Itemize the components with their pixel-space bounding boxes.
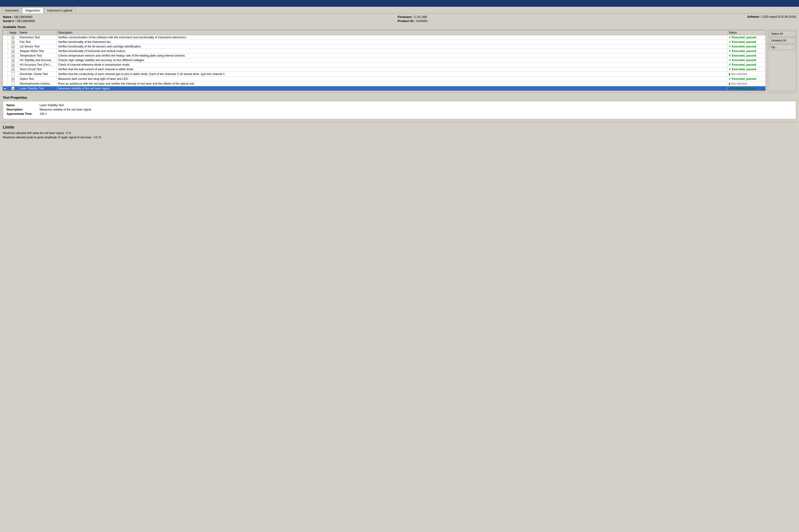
apply-checkbox[interactable]: ✕: [8, 67, 18, 72]
test-description-cell: Verifies communication of the software w…: [57, 35, 727, 40]
info-bar: Name : DE13804060 Serial # : DE13804060 …: [0, 14, 799, 24]
prop-name-row: Name: Laser Stability Test: [6, 103, 793, 107]
test-name-cell: Stepper Motor Test: [18, 49, 57, 54]
select-all-button[interactable]: Select All: [769, 31, 795, 37]
test-status-cell: ✔ Executed, passed: [727, 40, 766, 44]
test-status-cell: ✔ Executed, passed: [727, 35, 766, 40]
limits-section: Limits Maximum allowed drift value for r…: [0, 124, 799, 141]
unselect-all-button[interactable]: Unselect All: [769, 38, 795, 43]
test-description-cell: Verifies that the leak current of each c…: [57, 67, 727, 72]
table-row[interactable]: ✕HV Accuracy Test (On-L...Check of chann…: [3, 62, 766, 67]
tests-table-container: Apply Name Description Status ✕Electroni…: [2, 30, 766, 91]
table-row[interactable]: ✕Stepper Motor TestVerifies functionalit…: [3, 49, 766, 54]
test-name-cell: Electrophoresis Autofoc...: [18, 81, 57, 86]
row-expand: [3, 81, 8, 86]
table-row[interactable]: ✕HV Stability and Accurac...Checks high …: [3, 58, 766, 62]
row-expand: [3, 49, 8, 54]
table-row[interactable]: ✕Fan TestVerifies functionality of the i…: [3, 40, 766, 44]
col-expand: [3, 30, 8, 35]
prop-time-label: Approximate Time:: [6, 112, 38, 116]
row-expand[interactable]: ▶: [3, 86, 8, 91]
test-description-cell: Verifies that the conductivity of each c…: [57, 72, 727, 77]
test-status-cell: ✔ Executed, passed: [727, 49, 766, 54]
row-expand: [3, 62, 8, 67]
prop-description-value: Measures stability of the red laser sign…: [40, 108, 92, 111]
table-row[interactable]: ✕Lid Sensor TestVerifies functionality o…: [3, 44, 766, 49]
test-name-cell: Short Circuit Test: [18, 67, 57, 72]
apply-checkbox[interactable]: ✕: [8, 77, 18, 81]
apply-checkbox[interactable]: ✕: [8, 44, 18, 49]
apply-checkbox[interactable]: ✕: [8, 40, 18, 44]
prop-name-value: Laser Stability Test: [40, 103, 64, 107]
table-row[interactable]: ✕Optics TestMeasures dark current and st…: [3, 77, 766, 81]
limits-lines: Maximum allowed drift value for red lase…: [3, 131, 796, 139]
test-properties-title: Test Properties: [3, 96, 796, 99]
prop-time-row: Approximate Time: 150 s: [6, 112, 793, 116]
table-row[interactable]: Electrode / Diode TestVerifies that the …: [3, 72, 766, 77]
tab-diagnostics[interactable]: Diagnostics: [22, 8, 43, 14]
row-expand: [3, 54, 8, 58]
test-name-cell: HV Accuracy Test (On-L...: [18, 62, 57, 67]
table-row[interactable]: ✕Temperature TestChecks temperature sens…: [3, 54, 766, 58]
table-row[interactable]: Electrophoresis Autofoc...Runs an autofo…: [3, 81, 766, 86]
col-description: Description: [57, 30, 727, 35]
apply-checkbox[interactable]: ✕: [8, 54, 18, 58]
prop-description-row: Description: Measures stability of the r…: [6, 108, 793, 111]
available-tests-label: Available Tests:: [0, 24, 799, 30]
test-name-cell: Temperature Test: [18, 54, 57, 58]
row-expand: [3, 77, 8, 81]
apply-checkbox[interactable]: ✕: [8, 35, 18, 40]
tab-instrument-logbook[interactable]: Instrument Logbook: [44, 8, 76, 14]
prop-time-value: 150 s: [40, 112, 47, 116]
apply-checkbox[interactable]: [8, 81, 18, 86]
software-info: Software : 2100 expert B.02.06.SI418: [747, 15, 796, 18]
test-name-cell: Optics Test: [18, 77, 57, 81]
test-properties-section: Test Properties Name: Laser Stability Te…: [0, 94, 799, 120]
test-status-cell: ✔ Executed, passed: [727, 58, 766, 62]
table-row[interactable]: ▶✕Laser Stability TestMeasures stability…: [3, 86, 766, 91]
firmware-info: Firmware : C.01.069: [398, 15, 428, 19]
apply-checkbox[interactable]: ✕: [8, 86, 18, 91]
test-name-cell: Electronics Test: [18, 35, 57, 40]
apply-checkbox[interactable]: ✕: [8, 49, 18, 54]
apply-checkbox[interactable]: ✕: [8, 62, 18, 67]
test-status-cell: ✔ Executed, passed: [727, 86, 766, 91]
tab-bar: Instrument Diagnostics Instrument Logboo…: [0, 7, 799, 14]
test-description-cell: Verifies functionality of the instrument…: [57, 40, 727, 44]
test-status-cell: ✔ Executed, passed: [727, 67, 766, 72]
limit-line: Maximum allowed peak-to-peak amplitude o…: [3, 136, 796, 139]
test-name-cell: Fan Test: [18, 40, 57, 44]
test-description-cell: Runs an autofocus with the red laser and…: [57, 81, 727, 86]
test-description-cell: Measures stability of the red laser sign…: [57, 86, 727, 91]
test-description-cell: Verifies functionality of horizontal and…: [57, 49, 727, 54]
row-expand: [3, 58, 8, 62]
test-status-cell: ▮ Not selected: [727, 81, 766, 86]
test-status-cell: ✔ Executed, passed: [727, 54, 766, 58]
properties-box: Name: Laser Stability Test Description: …: [3, 101, 796, 119]
row-expand: [3, 40, 8, 44]
test-description-cell: Check of channel-reference diode in tran…: [57, 62, 727, 67]
test-name-cell: HV Stability and Accurac...: [18, 58, 57, 62]
tests-table: Apply Name Description Status ✕Electroni…: [3, 30, 766, 91]
instrument-serial: Serial # : DE13804060: [3, 19, 35, 23]
product-info: Product ID : G2939A: [398, 19, 428, 23]
test-status-cell: ▮ Not selected: [727, 72, 766, 77]
apply-checkbox[interactable]: ✕: [8, 58, 18, 62]
row-expand: [3, 72, 8, 77]
test-description-cell: Verifies functionality of the lid sensor…: [57, 44, 727, 49]
prop-description-label: Description:: [6, 108, 38, 111]
test-description-cell: Checks high voltage stability and accura…: [57, 58, 727, 62]
test-name-cell: Laser Stability Test: [18, 86, 57, 91]
sidebar-panel: Select All Unselect All Op...: [768, 30, 797, 91]
top-bar: [0, 0, 799, 7]
test-description-cell: Measures dark current and stray light of…: [57, 77, 727, 81]
table-row[interactable]: ✕Electronics TestVerifies communication …: [3, 35, 766, 40]
test-description-cell: Checks temperature sensors and verifies …: [57, 54, 727, 58]
tab-instrument[interactable]: Instrument: [2, 8, 22, 14]
apply-checkbox[interactable]: [8, 72, 18, 77]
col-name: Name: [18, 30, 57, 35]
row-expand: [3, 67, 8, 72]
row-expand: [3, 35, 8, 40]
options-button[interactable]: Op...: [769, 44, 795, 50]
table-row[interactable]: ✕Short Circuit TestVerifies that the lea…: [3, 67, 766, 72]
